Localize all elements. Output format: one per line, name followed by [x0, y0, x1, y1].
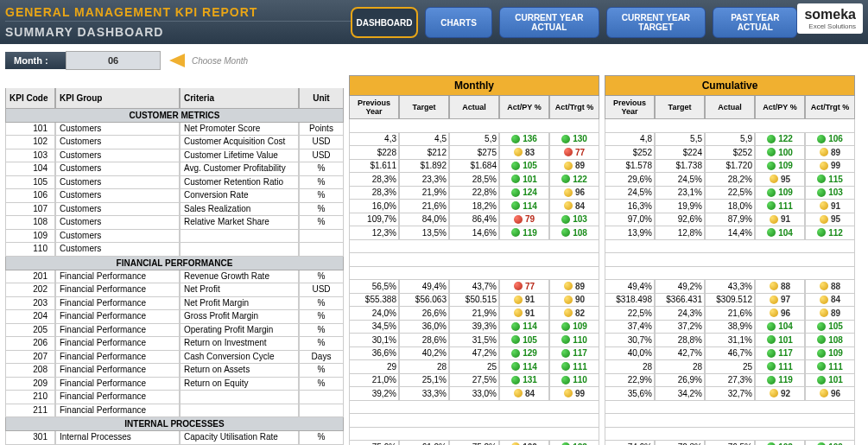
- m-col-acttrgt: Act/Trgt %: [549, 96, 599, 119]
- group-spacer: [605, 119, 855, 133]
- kpi-group: Financial Performance: [55, 404, 180, 418]
- kpi-row: 301Internal ProcessesCapacity Utilisatio…: [5, 431, 344, 445]
- cell-actpy: 101: [499, 173, 549, 187]
- cell-acttrgt: 123: [549, 441, 599, 445]
- status-dot-icon: [514, 296, 523, 304]
- cell-py: $252: [605, 146, 655, 160]
- kpi-criteria: Return on Equity: [180, 378, 299, 391]
- kpi-criteria: Net Profit: [180, 283, 299, 297]
- cell-acttrgt: 109: [805, 347, 855, 361]
- empty-row: [349, 414, 599, 428]
- cell-actual: 28,5%: [449, 173, 499, 187]
- c-col-py: Previous Year: [605, 96, 655, 119]
- cell-target: 24,3%: [655, 307, 705, 321]
- status-dot-icon: [817, 335, 826, 344]
- cell-target: 92,6%: [655, 213, 705, 227]
- cell-py: 74,6%: [605, 441, 655, 445]
- cell-py: $228: [349, 146, 399, 160]
- status-dot-icon: [564, 389, 573, 397]
- cell-acttrgt: 106: [805, 133, 855, 147]
- cell-actpy: 136: [499, 133, 549, 147]
- cell-py: 49,4%: [605, 280, 655, 294]
- cell-acttrgt: 84: [805, 294, 855, 308]
- cumulative-pane: Cumulative Previous Year Target Actual A…: [605, 75, 855, 445]
- status-dot-icon: [511, 376, 520, 385]
- col-kpi-group: KPI Group: [55, 88, 180, 109]
- status-dot-icon: [564, 148, 573, 156]
- cell-py: 75,6%: [349, 441, 399, 445]
- cell-acttrgt: 89: [549, 280, 599, 294]
- cell-target: 24,5%: [655, 173, 705, 187]
- kpi-unit: [299, 243, 344, 257]
- cell-actpy: 129: [499, 347, 549, 361]
- kpi-row: 211Financial Performance: [5, 404, 344, 418]
- nav-dashboard-button[interactable]: DASHBOARD: [351, 7, 418, 38]
- kpi-row: 109Customers: [5, 230, 344, 244]
- data-row: $318.498$366.431$309.5129784: [605, 294, 855, 308]
- kpi-unit: Days: [299, 351, 344, 365]
- kpi-group: Financial Performance: [55, 310, 180, 324]
- kpi-criteria: Customer Lifetime Value: [180, 149, 299, 163]
- cell-acttrgt: 99: [805, 160, 855, 174]
- data-row: 40,0%42,7%46,7%117109: [605, 347, 855, 361]
- cumulative-cols: Previous Year Target Actual Act/PY % Act…: [605, 96, 855, 119]
- cell-py: $1.578: [605, 160, 655, 174]
- cell-target: 19,9%: [655, 200, 705, 213]
- kpi-criteria: Cash Conversion Cycle: [180, 351, 299, 365]
- status-dot-icon: [511, 322, 520, 331]
- status-dot-icon: [767, 135, 776, 143]
- month-bar: Month : 06 Choose Month: [0, 44, 868, 75]
- main-layout: KPI Code KPI Group Criteria Unit CUSTOME…: [0, 75, 868, 445]
- cell-py: 30,1%: [349, 334, 399, 347]
- cell-target: $1.892: [399, 160, 449, 174]
- cell-py: 16,3%: [605, 200, 655, 213]
- data-row: 16,0%21,6%18,2%11484: [349, 200, 599, 213]
- cell-actpy: 105: [499, 334, 549, 347]
- data-row: 34,5%36,0%39,3%114109: [349, 321, 599, 334]
- kpi-criteria: Customer Retention Ratio: [180, 176, 299, 190]
- month-selector[interactable]: 06: [66, 51, 161, 70]
- cell-actual: $275: [449, 146, 499, 160]
- cell-actpy: 84: [499, 387, 549, 401]
- kpi-row: 104CustomersAvg. Customer Profitability%: [5, 162, 344, 176]
- cell-target: 23,1%: [655, 187, 705, 200]
- cell-actual: 5,9: [705, 133, 755, 147]
- kpi-criteria: [180, 404, 299, 418]
- kpi-row: 102CustomersCustomer Acquisition CostUSD: [5, 136, 344, 149]
- kpi-criteria: Return on Assets: [180, 364, 299, 378]
- nav-buttons: DASHBOARD CHARTS CURRENT YEAR ACTUAL CUR…: [351, 3, 797, 38]
- status-dot-icon: [817, 175, 826, 183]
- kpi-code: 210: [5, 391, 55, 404]
- cell-actpy: 92: [755, 387, 805, 401]
- cell-actual: 43,3%: [705, 280, 755, 294]
- logo: someka Excel Solutions: [797, 3, 863, 34]
- kpi-row: 207Financial PerformanceCash Conversion …: [5, 351, 344, 365]
- kpi-unit: [299, 404, 344, 418]
- cell-actpy: 119: [755, 374, 805, 388]
- cell-target: $224: [655, 146, 705, 160]
- status-dot-icon: [817, 228, 826, 237]
- col-criteria: Criteria: [180, 88, 299, 109]
- status-dot-icon: [561, 322, 570, 331]
- nav-cy-target-button[interactable]: CURRENT YEAR TARGET: [606, 7, 706, 38]
- status-dot-icon: [820, 201, 828, 210]
- status-dot-icon: [514, 148, 523, 156]
- cell-actpy: 91: [499, 307, 549, 321]
- kpi-group: Internal Processes: [55, 431, 180, 445]
- cell-actual: 87,9%: [705, 213, 755, 227]
- kpi-criteria: [180, 243, 299, 257]
- cell-py: 22,9%: [605, 374, 655, 388]
- status-dot-icon: [767, 228, 776, 237]
- nav-cy-actual-button[interactable]: CURRENT YEAR ACTUAL: [499, 7, 599, 38]
- kpi-group: Financial Performance: [55, 297, 180, 311]
- status-dot-icon: [511, 228, 520, 237]
- cell-acttrgt: 103: [549, 213, 599, 227]
- status-dot-icon: [564, 308, 573, 317]
- kpi-criteria: Capacity Utilisation Rate: [180, 431, 299, 445]
- cell-actpy: 91: [499, 294, 549, 308]
- nav-charts-button[interactable]: CHARTS: [425, 7, 492, 38]
- empty-row: [349, 401, 599, 415]
- nav-py-actual-button[interactable]: PAST YEAR ACTUAL: [713, 7, 797, 38]
- cell-acttrgt: 82: [549, 307, 599, 321]
- kpi-code: 108: [5, 216, 55, 230]
